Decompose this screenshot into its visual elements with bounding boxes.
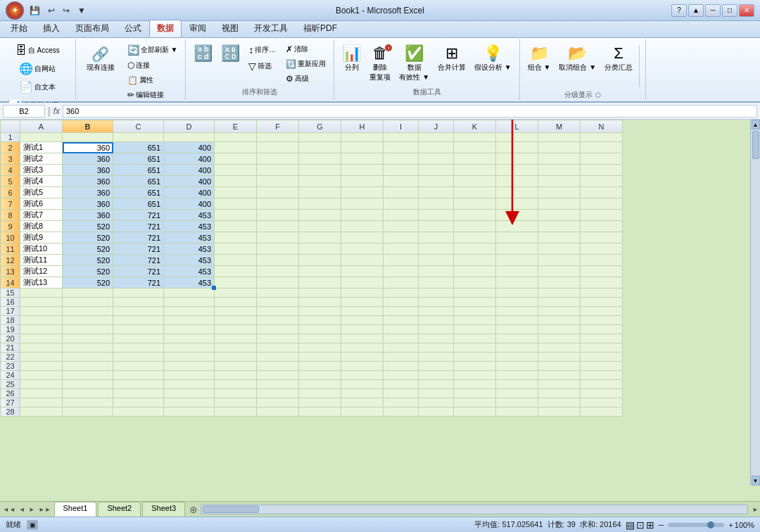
outline-expand[interactable]: ⬡ (595, 91, 601, 99)
cell-N6[interactable] (581, 187, 623, 198)
sheet-tab-3[interactable]: Sheet3 (142, 502, 185, 517)
tab-home[interactable]: 开始 (3, 20, 35, 37)
hscroll-thumb[interactable] (203, 506, 259, 513)
cell-M21[interactable] (538, 343, 581, 353)
row-num-19[interactable]: 19 (1, 325, 20, 334)
cell-H15[interactable] (341, 289, 384, 298)
cell-N19[interactable] (581, 325, 623, 334)
cell-E18[interactable] (215, 316, 257, 325)
cell-E11[interactable] (215, 243, 257, 255)
row-num-2[interactable]: 2 (1, 142, 20, 153)
btn-properties[interactable]: 📋属性 (124, 73, 182, 87)
cell-F16[interactable] (257, 298, 299, 307)
cell-J5[interactable] (419, 176, 454, 187)
cell-B25[interactable] (63, 380, 113, 389)
cell-I25[interactable] (384, 380, 419, 389)
cell-M6[interactable] (538, 187, 581, 198)
cell-M1[interactable] (538, 133, 581, 142)
cell-G12[interactable] (299, 255, 341, 266)
cell-K2[interactable] (454, 142, 496, 153)
cell-N9[interactable] (581, 221, 623, 232)
cell-K6[interactable] (454, 187, 496, 198)
row-num-15[interactable]: 15 (1, 289, 20, 298)
cell-I23[interactable] (384, 362, 419, 371)
btn-existing-connections[interactable]: 🔗 现有连接 (80, 42, 121, 76)
cell-H21[interactable] (341, 343, 384, 353)
cell-L5[interactable] (496, 176, 538, 187)
sheet-nav-first[interactable]: ◄◄ (1, 506, 17, 513)
cell-I18[interactable] (384, 316, 419, 325)
cell-J23[interactable] (419, 362, 454, 371)
zoom-level[interactable]: 100% (735, 521, 754, 529)
cell-E24[interactable] (215, 371, 257, 380)
cell-H18[interactable] (341, 316, 384, 325)
cell-C6[interactable]: 651 (113, 187, 164, 198)
cell-A5[interactable]: 测试4 (20, 176, 63, 187)
horizontal-scrollbar[interactable] (201, 505, 748, 514)
cell-M15[interactable] (538, 289, 581, 298)
btn-from-web[interactable]: 🌐自网站 (15, 60, 59, 77)
cell-A6[interactable]: 测试5 (20, 187, 63, 198)
cell-M22[interactable] (538, 353, 581, 362)
cell-D9[interactable]: 453 (164, 221, 215, 232)
cell-C20[interactable] (113, 334, 164, 343)
cell-I26[interactable] (384, 389, 419, 398)
cell-B2[interactable]: 360 (63, 142, 113, 153)
cell-G27[interactable] (299, 398, 341, 407)
cell-M19[interactable] (538, 325, 581, 334)
cell-L13[interactable] (496, 266, 538, 277)
cell-M20[interactable] (538, 334, 581, 343)
cell-I11[interactable] (384, 243, 419, 255)
cell-C23[interactable] (113, 362, 164, 371)
cell-L11[interactable] (496, 243, 538, 255)
cell-L1[interactable] (496, 133, 538, 142)
cell-A26[interactable] (20, 389, 63, 398)
cell-G26[interactable] (299, 389, 341, 398)
cell-B19[interactable] (63, 325, 113, 334)
cell-C16[interactable] (113, 298, 164, 307)
cell-G17[interactable] (299, 307, 341, 316)
sheet-tab-1[interactable]: Sheet1 (54, 502, 97, 517)
col-header-i[interactable]: I (384, 120, 419, 133)
cell-M27[interactable] (538, 398, 581, 407)
cell-D3[interactable]: 400 (164, 153, 215, 165)
cell-C22[interactable] (113, 353, 164, 362)
cell-H3[interactable] (341, 153, 384, 165)
cell-C2[interactable]: 651 (113, 142, 164, 153)
cell-B24[interactable] (63, 371, 113, 380)
tab-foxitpdf[interactable]: 福昕PDF (296, 20, 345, 37)
btn-what-if[interactable]: 💡 假设分析 ▼ (471, 42, 515, 75)
cell-B4[interactable]: 360 (63, 165, 113, 176)
cell-A9[interactable]: 测试8 (20, 221, 63, 232)
view-page-break[interactable]: ⊞ (646, 519, 654, 531)
cell-E26[interactable] (215, 389, 257, 398)
view-normal[interactable]: ▤ (626, 519, 635, 531)
cell-D18[interactable] (164, 316, 215, 325)
cell-H24[interactable] (341, 371, 384, 380)
cell-L21[interactable] (496, 343, 538, 353)
cell-E15[interactable] (215, 289, 257, 298)
cell-M11[interactable] (538, 243, 581, 255)
row-num-6[interactable]: 6 (1, 187, 20, 198)
cell-C13[interactable]: 721 (113, 266, 164, 277)
cell-D23[interactable] (164, 362, 215, 371)
cell-B27[interactable] (63, 398, 113, 407)
cell-H7[interactable] (341, 198, 384, 210)
cell-F18[interactable] (257, 316, 299, 325)
cell-D5[interactable]: 400 (164, 176, 215, 187)
cell-A1[interactable] (20, 133, 63, 142)
cell-A25[interactable] (20, 380, 63, 389)
btn-sort[interactable]: ↕排序… (245, 42, 279, 58)
cell-E19[interactable] (215, 325, 257, 334)
cell-C15[interactable] (113, 289, 164, 298)
maximize-button[interactable]: □ (722, 4, 737, 17)
cell-J24[interactable] (419, 371, 454, 380)
sheet-nav-last[interactable]: ►► (37, 506, 53, 513)
cell-A28[interactable] (20, 407, 63, 417)
col-header-c[interactable]: C (113, 120, 164, 133)
col-header-e[interactable]: E (215, 120, 257, 133)
cell-H20[interactable] (341, 334, 384, 343)
cell-D14[interactable]: 453 (164, 277, 215, 289)
hscroll-right[interactable]: ► (751, 506, 760, 513)
cell-K28[interactable] (454, 407, 496, 417)
